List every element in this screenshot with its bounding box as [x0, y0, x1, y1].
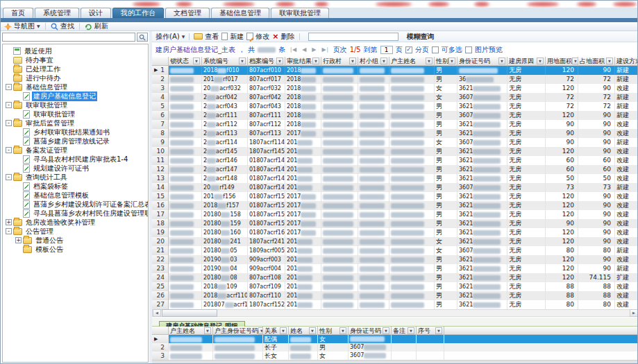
view-button[interactable]: 查看 [194, 33, 219, 41]
tree-item[interactable]: -备案发证管理 [3, 146, 148, 155]
table-row[interactable]: 252018109807acrf109201男3621无房8888改建 [152, 282, 638, 291]
tree-item[interactable]: 进行中待办 [3, 73, 148, 83]
detail-row[interactable]: 2长子男3607 [152, 343, 638, 352]
tree-item[interactable]: -基础信息管理 [3, 83, 148, 92]
table-row[interactable]: 242018008807acrf108201男3621无房12074.115扩建 [152, 273, 638, 282]
column-filter-icon[interactable]: ▼ [383, 327, 389, 334]
column-filter-icon[interactable]: ▼ [276, 58, 283, 64]
table-row[interactable]: 20201802411807acrf241201女3621无房12090改建 [152, 237, 638, 246]
tab-7[interactable]: 联审联批管理 [271, 8, 329, 18]
table-row[interactable]: 27201807acrf1521807acrf152201男3621无房8080… [152, 300, 638, 309]
column-filter-icon[interactable]: ▼ [448, 58, 455, 64]
tree-item[interactable]: 菖蒲乡建房管理放线记录 [3, 137, 148, 146]
column-filter-icon[interactable]: ▼ [193, 58, 200, 64]
pager-next-button[interactable]: ▶ [310, 46, 317, 53]
tree-item[interactable]: 建房户基础信息登记 [3, 92, 148, 101]
modify-button[interactable]: 修改 [246, 33, 269, 41]
table-row[interactable]: 72acrf112807acrf1122018男3621无房9090改建 [152, 120, 638, 129]
tree-item[interactable]: +普通公告 [3, 236, 148, 245]
detail-row[interactable]: ▶配偶女 [152, 335, 638, 343]
tree-item[interactable]: 寻乌县农村村民建房审批表1-4 [3, 155, 148, 164]
table-row[interactable]: 192018016001807acrf1602017男3621无房12090改建 [152, 228, 638, 237]
goto-page-input[interactable] [380, 46, 393, 54]
tree-item[interactable]: 联审联批管理 [3, 110, 148, 119]
tree-item[interactable]: 档案袋标签 [3, 182, 148, 191]
table-row[interactable]: 172018015801807acrf1582017男3621无房12090改建 [152, 210, 638, 219]
table-row[interactable]: 320acrf032807acrf0322018女3621无房12090改建 [152, 84, 638, 93]
column-filter-icon[interactable]: ▼ [572, 58, 578, 64]
table-row[interactable]: 222019003909acrf003201男3621无房12090改建 [152, 255, 638, 264]
tree-item[interactable]: 菖蒲乡乡村建设规划许可证备案汇总表 [3, 200, 148, 209]
tree-toggle-icon[interactable]: - [6, 120, 12, 126]
tree-item[interactable]: -联审联批管理 [3, 101, 148, 110]
column-filter-icon[interactable]: ▼ [280, 327, 287, 334]
column-filter-icon[interactable]: ▼ [380, 58, 387, 64]
tab-6[interactable]: 基础信息管理 [211, 8, 269, 18]
find-button[interactable]: 查找 [51, 22, 74, 31]
tree-toggle-icon[interactable]: - [6, 147, 12, 153]
multiselect-checkbox[interactable] [432, 46, 439, 53]
tree-item[interactable]: 规划建设许可证书 [3, 164, 148, 173]
column-filter-icon[interactable]: ▼ [408, 327, 414, 334]
tree-item[interactable]: 乡村联审联批结果通知书 [3, 128, 148, 137]
column-filter-icon[interactable]: ▼ [606, 58, 613, 64]
scrollbar-thumb[interactable] [162, 309, 217, 317]
bottom-scrollbar[interactable] [152, 360, 638, 364]
tree-item[interactable]: 基础信息管理模板 [3, 191, 148, 200]
tab-3[interactable]: 设计 [81, 8, 111, 18]
table-row[interactable]: 232019004909acrf004201男3621无房12090新建 [152, 264, 638, 273]
paging-checkbox[interactable]: ✓ [405, 46, 412, 53]
tree-item[interactable]: -查询统计工具 [3, 173, 148, 182]
table-row[interactable]: 2201rf017807acrf0172018男36无房7272新建 [152, 75, 638, 84]
table-row[interactable]: 1420rf14901807acrf149201男3607无房7373新建 [152, 183, 638, 192]
tree-toggle-icon[interactable]: + [6, 219, 12, 225]
table-row[interactable]: 15201f15601807acrf1562017男3621无房12090改建 [152, 192, 638, 201]
tree-search-input[interactable] [2, 33, 135, 42]
scroll-left-icon[interactable]: ◀ [153, 309, 161, 317]
table-row[interactable]: 62acrf111807acrf1112018男3607无房12090新建 [152, 111, 638, 120]
column-filter-icon[interactable]: ▼ [435, 327, 442, 334]
image-preview-checkbox[interactable] [465, 46, 472, 53]
create-button[interactable]: 新建 [221, 33, 244, 41]
tree-item[interactable]: 最近使用 [3, 46, 148, 55]
tree-item[interactable]: -公告管理 [3, 227, 148, 236]
table-row[interactable]: 82acrf113807acrf1132017男3621无房9090改建 [152, 129, 638, 138]
fuzzy-query-input[interactable] [308, 33, 398, 41]
tab-4[interactable]: 我的工作台 [112, 8, 164, 18]
column-filter-icon[interactable]: ▼ [349, 58, 356, 64]
column-filter-icon[interactable]: ▼ [204, 327, 211, 334]
tab-5[interactable]: 文档管理 [165, 8, 210, 18]
column-filter-icon[interactable]: ▼ [312, 58, 319, 64]
pager-prev-button[interactable]: ◀ [301, 46, 308, 53]
horizontal-scrollbar[interactable]: ◀ ▶ [152, 309, 638, 317]
column-filter-icon[interactable]: ▼ [239, 58, 246, 64]
column-filter-icon[interactable]: ▼ [339, 327, 346, 334]
tree-search-button[interactable] [137, 33, 148, 42]
scroll-right-icon[interactable]: ▶ [630, 309, 638, 317]
pager-last-button[interactable]: ▶∣ [320, 46, 330, 53]
tree-toggle-icon[interactable]: - [6, 84, 12, 90]
refresh-button[interactable]: 刷新 [85, 22, 108, 31]
table-row[interactable]: 162018f15701807acrf1572017男3621无房12090改建 [152, 201, 638, 210]
column-filter-icon[interactable]: ▼ [426, 58, 433, 64]
tree-item[interactable]: 待办事宜 [3, 55, 148, 64]
table-row[interactable]: 42acrf042807acrf0422018女3607无房7272新建 [152, 93, 638, 102]
pager-first-button[interactable]: ∣◀ [288, 46, 298, 53]
table-row[interactable]: 122acrf14701807acrf147201男3621无房6060改建 [152, 165, 638, 174]
table-row[interactable]: 52acrf043807acrf0432018男3621无房7272新建 [152, 102, 638, 111]
delete-button[interactable]: × 删除 [272, 33, 294, 41]
table-row[interactable]: 102acrf1451807acrf145201男3621无房12090改建 [152, 147, 638, 156]
tree-item[interactable]: 寻乌县菖蒲乡农村村民住房建设管理联审联批情况统计表 [3, 209, 148, 218]
table-row[interactable]: 2120180051809acrf005201女3607无房8080新建 [152, 246, 638, 255]
tree-toggle-icon[interactable]: - [6, 102, 12, 108]
tab-1[interactable]: 首页 [3, 8, 33, 18]
tree-toggle-icon[interactable]: - [6, 228, 12, 234]
column-filter-icon[interactable]: ▼ [498, 58, 505, 64]
table-row[interactable]: 112acrf14601807acrf146201男3621无房6060改建 [152, 156, 638, 165]
tree-item[interactable]: 模板公告 [3, 245, 148, 254]
table-row[interactable]: 262018acrf110807acrf110201男3621无房8888改建 [152, 291, 638, 300]
column-filter-icon[interactable]: ▼ [537, 58, 544, 64]
tree-item[interactable]: +危房改造验收奖补管理 [3, 218, 148, 227]
table-row[interactable]: 182018015901807acrf1592017男3621无房9090改建 [152, 219, 638, 228]
table-row[interactable]: 92acrf1141807acrf114201女3607无房9090新建 [152, 138, 638, 147]
